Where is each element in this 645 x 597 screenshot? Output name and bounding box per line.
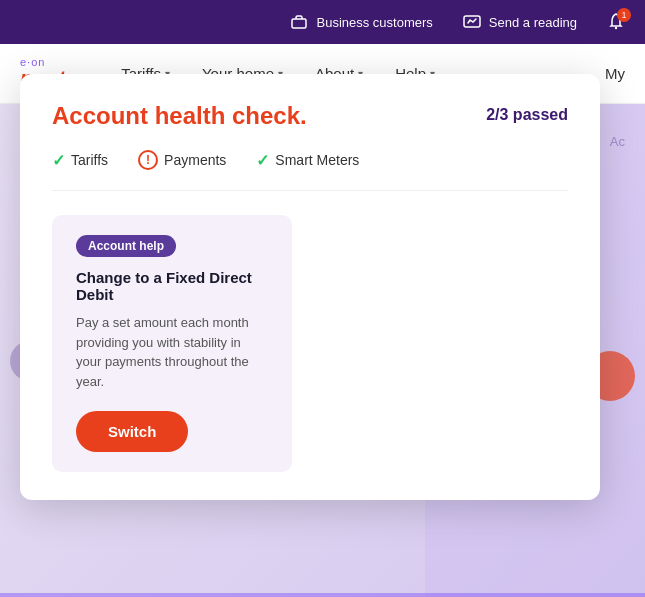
svg-point-2 [615, 26, 617, 28]
payments-check-label: Payments [164, 152, 226, 168]
meter-icon [463, 13, 481, 31]
business-customers-label: Business customers [316, 15, 432, 30]
account-help-tag: Account help [76, 235, 176, 257]
modal-header: Account health check. 2/3 passed [52, 102, 568, 130]
help-card-description: Pay a set amount each month providing yo… [76, 313, 268, 391]
send-reading-label: Send a reading [489, 15, 577, 30]
smart-meters-pass-icon: ✓ [256, 151, 269, 170]
switch-button[interactable]: Switch [76, 411, 188, 452]
send-reading-link[interactable]: Send a reading [463, 13, 577, 31]
modal-title: Account health check. [52, 102, 307, 130]
help-card-title: Change to a Fixed Direct Debit [76, 269, 268, 303]
nav-my-account[interactable]: My [605, 65, 625, 82]
notification-bell[interactable]: 1 [607, 12, 625, 33]
smart-meters-check-label: Smart Meters [275, 152, 359, 168]
tariffs-check-label: Tariffs [71, 152, 108, 168]
help-card: Account help Change to a Fixed Direct De… [52, 215, 292, 472]
health-check-modal: Account health check. 2/3 passed ✓ Tarif… [20, 74, 600, 500]
business-customers-link[interactable]: Business customers [290, 13, 432, 31]
briefcase-icon [290, 13, 308, 31]
passed-badge: 2/3 passed [486, 106, 568, 124]
smart-meters-check: ✓ Smart Meters [256, 151, 359, 170]
payments-warn-icon: ! [138, 150, 158, 170]
svg-rect-0 [292, 19, 306, 28]
checks-row: ✓ Tariffs ! Payments ✓ Smart Meters [52, 150, 568, 191]
top-bar: Business customers Send a reading 1 [0, 0, 645, 44]
notification-badge: 1 [617, 8, 631, 22]
tariffs-check: ✓ Tariffs [52, 151, 108, 170]
my-label: My [605, 65, 625, 82]
tariffs-pass-icon: ✓ [52, 151, 65, 170]
payments-check: ! Payments [138, 150, 226, 170]
bg-purple-bar [0, 593, 645, 597]
